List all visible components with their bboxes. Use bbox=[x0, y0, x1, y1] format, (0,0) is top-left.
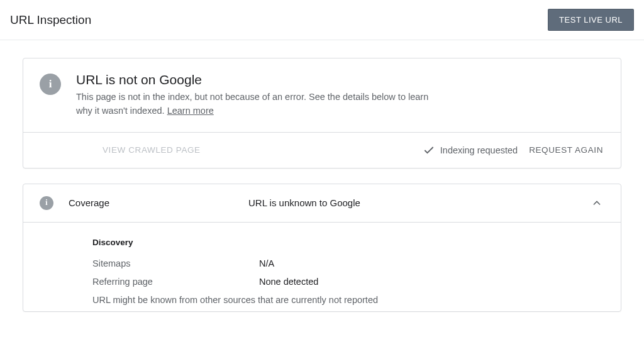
sitemaps-row: Sitemaps N/A bbox=[92, 258, 603, 268]
indexing-requested-status: Indexing requested bbox=[423, 144, 518, 157]
coverage-label: Coverage bbox=[69, 197, 233, 208]
coverage-value: URL is unknown to Google bbox=[248, 197, 575, 208]
check-icon bbox=[423, 144, 435, 157]
test-live-url-button[interactable]: TEST LIVE URL bbox=[548, 9, 634, 31]
status-card: i URL is not on Google This page is not … bbox=[23, 58, 621, 168]
sitemaps-label: Sitemaps bbox=[92, 258, 259, 268]
status-text-block: URL is not on Google This page is not in… bbox=[76, 72, 428, 118]
coverage-card: i Coverage URL is unknown to Google Disc… bbox=[23, 184, 621, 312]
page-header: URL Inspection TEST LIVE URL bbox=[0, 0, 644, 40]
discovery-section-title: Discovery bbox=[92, 238, 603, 247]
info-icon: i bbox=[40, 196, 53, 210]
coverage-body: Discovery Sitemaps N/A Referring page No… bbox=[23, 223, 621, 311]
referring-page-value: None detected bbox=[259, 277, 318, 287]
learn-more-link[interactable]: Learn more bbox=[167, 106, 214, 116]
status-card-actions: VIEW CRAWLED PAGE Indexing requested REQ… bbox=[23, 132, 621, 168]
status-title: URL is not on Google bbox=[76, 72, 428, 87]
coverage-header[interactable]: i Coverage URL is unknown to Google bbox=[23, 184, 621, 223]
request-again-button[interactable]: REQUEST AGAIN bbox=[529, 145, 603, 155]
discovery-note: URL might be known from other sources th… bbox=[92, 295, 603, 305]
page-title: URL Inspection bbox=[10, 13, 91, 27]
status-description: This page is not in the index, but not b… bbox=[76, 91, 428, 118]
sitemaps-value: N/A bbox=[259, 258, 274, 268]
status-card-body: i URL is not on Google This page is not … bbox=[23, 58, 621, 132]
status-desc-line1: This page is not in the index, but not b… bbox=[76, 92, 428, 102]
actions-right: Indexing requested REQUEST AGAIN bbox=[423, 144, 603, 157]
info-icon: i bbox=[40, 74, 61, 95]
content-area: i URL is not on Google This page is not … bbox=[0, 40, 644, 312]
chevron-up-icon[interactable] bbox=[591, 197, 603, 209]
referring-page-row: Referring page None detected bbox=[92, 277, 603, 287]
status-desc-line2: why it wasn't indexed. bbox=[76, 106, 167, 116]
view-crawled-page-button: VIEW CRAWLED PAGE bbox=[103, 145, 201, 155]
referring-page-label: Referring page bbox=[92, 277, 259, 287]
indexing-status-text: Indexing requested bbox=[440, 145, 518, 155]
